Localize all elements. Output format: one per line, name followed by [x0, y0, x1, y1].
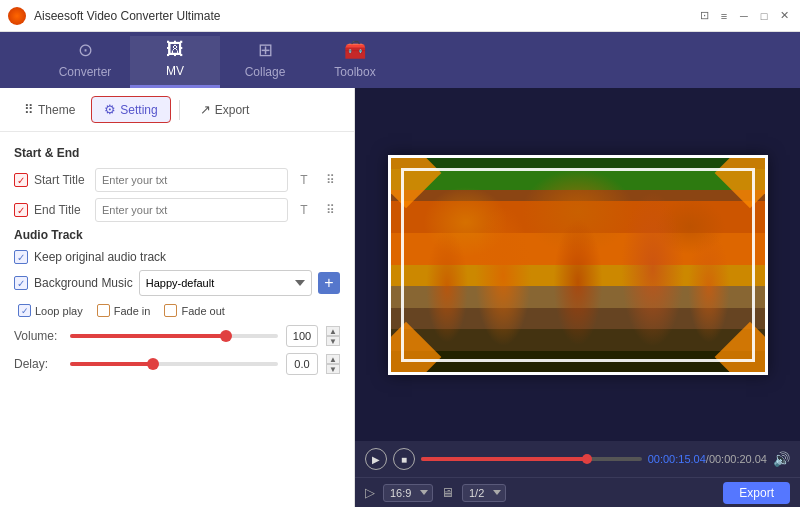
- play-btn[interactable]: ▶: [365, 448, 387, 470]
- tab-collage[interactable]: ⊞ Collage: [220, 36, 310, 88]
- close-btn[interactable]: ✕: [776, 8, 792, 24]
- sub-tab-setting-label: Setting: [120, 103, 157, 117]
- menu-btn[interactable]: ≡: [716, 8, 732, 24]
- tab-collage-label: Collage: [245, 65, 286, 79]
- end-title-label: End Title: [34, 203, 89, 217]
- bg-music-label: Background Music: [34, 276, 133, 290]
- loop-play-checkbox[interactable]: [18, 304, 31, 317]
- maximize-btn[interactable]: □: [756, 8, 772, 24]
- start-title-row: Start Title T ⠿: [14, 168, 340, 192]
- sub-tab-export[interactable]: ↗ Export: [188, 97, 262, 122]
- monitor-icon: 🖥: [441, 485, 454, 500]
- sub-tab-separator: [179, 100, 180, 120]
- delay-up[interactable]: ▲: [326, 354, 340, 364]
- start-end-title: Start & End: [14, 146, 340, 160]
- volume-value: 100: [286, 325, 318, 347]
- minimize-btn[interactable]: ─: [736, 8, 752, 24]
- time-total: 00:00:20.04: [709, 453, 767, 465]
- sub-tab-theme-label: Theme: [38, 103, 75, 117]
- tab-converter[interactable]: ⊙ Converter: [40, 36, 130, 88]
- end-title-grid-icon[interactable]: ⠿: [320, 198, 340, 222]
- volume-slider[interactable]: [70, 334, 278, 338]
- fade-out-wrap[interactable]: Fade out: [164, 304, 224, 317]
- window-controls: ⊡ ≡ ─ □ ✕: [696, 8, 792, 24]
- collage-icon: ⊞: [258, 39, 273, 61]
- loop-play-wrap[interactable]: Loop play: [18, 304, 83, 317]
- time-display: 00:00:15.04/00:00:20.04: [648, 453, 767, 465]
- fade-out-checkbox[interactable]: [164, 304, 177, 317]
- sub-tabs: ⠿ Theme ⚙ Setting ↗ Export: [0, 88, 354, 132]
- panel-content: Start & End Start Title T ⠿ End Title T …: [0, 132, 354, 507]
- fade-in-wrap[interactable]: Fade in: [97, 304, 151, 317]
- delay-row: Delay: 0.0 ▲ ▼: [14, 353, 340, 375]
- right-panel: ▶ ■ 00:00:15.04/00:00:20.04 🔊 ▷ 16:9 🖥 1…: [355, 88, 800, 507]
- delay-spin[interactable]: ▲ ▼: [326, 354, 340, 374]
- add-music-btn[interactable]: +: [318, 272, 340, 294]
- music-select[interactable]: Happy-default: [139, 270, 312, 296]
- sub-tab-theme[interactable]: ⠿ Theme: [12, 97, 87, 122]
- bg-music-checkbox[interactable]: [14, 276, 28, 290]
- fade-in-checkbox[interactable]: [97, 304, 110, 317]
- tab-toolbox[interactable]: 🧰 Toolbox: [310, 36, 400, 88]
- loop-fade-row: Loop play Fade in Fade out: [14, 304, 340, 317]
- bg-music-row: Background Music Happy-default +: [14, 270, 340, 296]
- volume-down[interactable]: ▼: [326, 336, 340, 346]
- keep-original-row: Keep original audio track: [14, 250, 340, 264]
- start-title-text-icon[interactable]: T: [294, 168, 314, 192]
- start-title-input[interactable]: [95, 168, 288, 192]
- end-title-input[interactable]: [95, 198, 288, 222]
- delay-slider[interactable]: [70, 362, 278, 366]
- fade-out-label: Fade out: [181, 305, 224, 317]
- start-title-grid-icon[interactable]: ⠿: [320, 168, 340, 192]
- loop-play-label: Loop play: [35, 305, 83, 317]
- export-icon: ↗: [200, 102, 211, 117]
- tab-mv-label: MV: [166, 64, 184, 78]
- end-title-text-icon[interactable]: T: [294, 198, 314, 222]
- stop-btn[interactable]: ■: [393, 448, 415, 470]
- start-title-checkbox[interactable]: [14, 173, 28, 187]
- app-title: Aiseesoft Video Converter Ultimate: [34, 9, 696, 23]
- aspect-icon: ▷: [365, 485, 375, 500]
- message-btn[interactable]: ⊡: [696, 8, 712, 24]
- volume-spin[interactable]: ▲ ▼: [326, 326, 340, 346]
- volume-label: Volume:: [14, 329, 62, 343]
- audio-section: Audio Track Keep original audio track Ba…: [14, 228, 340, 375]
- aspect-select[interactable]: 16:9: [383, 484, 433, 502]
- time-current: 00:00:15.04: [648, 453, 706, 465]
- quality-bar: ▷ 16:9 🖥 1/2 Export: [355, 477, 800, 507]
- autumn-forest: [391, 158, 765, 372]
- mv-icon: 🖼: [166, 39, 184, 60]
- volume-icon[interactable]: 🔊: [773, 451, 790, 467]
- keep-original-label: Keep original audio track: [34, 250, 166, 264]
- volume-up[interactable]: ▲: [326, 326, 340, 336]
- delay-value: 0.0: [286, 353, 318, 375]
- autumn-trees: [391, 158, 765, 372]
- sub-tab-setting[interactable]: ⚙ Setting: [91, 96, 170, 123]
- delay-down[interactable]: ▼: [326, 364, 340, 374]
- progress-bar[interactable]: [421, 457, 642, 461]
- video-preview: [355, 88, 800, 441]
- keep-original-checkbox[interactable]: [14, 250, 28, 264]
- volume-row: Volume: 100 ▲ ▼: [14, 325, 340, 347]
- audio-track-title: Audio Track: [14, 228, 340, 242]
- app-logo: [8, 7, 26, 25]
- left-panel: ⠿ Theme ⚙ Setting ↗ Export Start & End S…: [0, 88, 355, 507]
- main-content: ⠿ Theme ⚙ Setting ↗ Export Start & End S…: [0, 88, 800, 507]
- quality-select[interactable]: 1/2: [462, 484, 506, 502]
- playback-bar: ▶ ■ 00:00:15.04/00:00:20.04 🔊: [355, 441, 800, 477]
- export-btn[interactable]: Export: [723, 482, 790, 504]
- title-bar: Aiseesoft Video Converter Ultimate ⊡ ≡ ─…: [0, 0, 800, 32]
- setting-icon: ⚙: [104, 102, 116, 117]
- end-title-row: End Title T ⠿: [14, 198, 340, 222]
- fade-in-label: Fade in: [114, 305, 151, 317]
- tab-mv[interactable]: 🖼 MV: [130, 36, 220, 88]
- nav-tabs: ⊙ Converter 🖼 MV ⊞ Collage 🧰 Toolbox: [0, 32, 800, 88]
- toolbox-icon: 🧰: [344, 39, 366, 61]
- end-title-checkbox[interactable]: [14, 203, 28, 217]
- tab-toolbox-label: Toolbox: [334, 65, 375, 79]
- tab-converter-label: Converter: [59, 65, 112, 79]
- converter-icon: ⊙: [78, 39, 93, 61]
- video-frame: [388, 155, 768, 375]
- sub-tab-export-label: Export: [215, 103, 250, 117]
- delay-label: Delay:: [14, 357, 62, 371]
